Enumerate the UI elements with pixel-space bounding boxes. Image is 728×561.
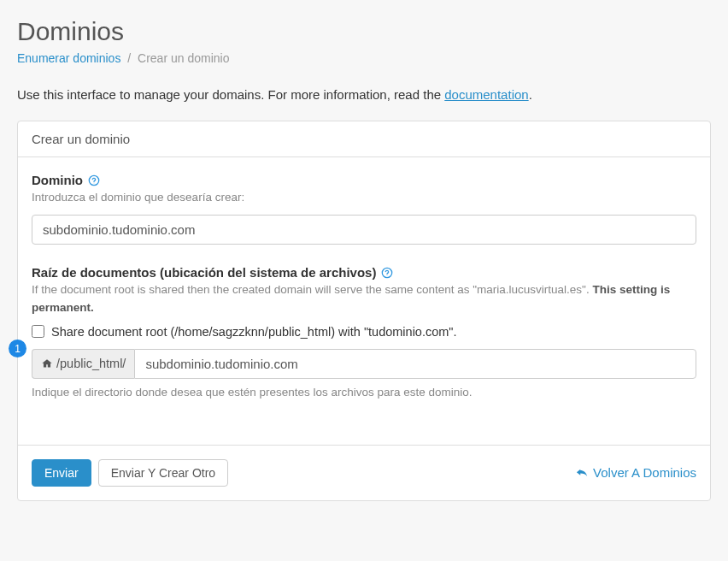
panel-header: Crear un dominio [18, 121, 710, 157]
home-icon [41, 358, 53, 369]
breadcrumb: Enumerar dominios / Crear un dominio [17, 51, 711, 65]
help-icon[interactable] [88, 174, 100, 186]
docroot-help: If the document root is shared then the … [32, 281, 696, 316]
back-to-domains-label: Volver A Dominios [593, 465, 696, 480]
docroot-label: Raíz de documentos (ubicación del sistem… [32, 265, 376, 280]
help-icon[interactable] [381, 267, 393, 279]
docroot-hint: Indique el directorio donde desea que es… [32, 386, 696, 399]
breadcrumb-list-domains[interactable]: Enumerar dominios [17, 51, 120, 65]
page-title: Dominios [17, 17, 711, 46]
reply-icon [576, 467, 588, 479]
documentation-link[interactable]: documentation [444, 87, 528, 102]
intro-pre: Use this interface to manage your domain… [17, 87, 444, 102]
docroot-help-pre: If the document root is shared then the … [32, 283, 592, 296]
docroot-field-group: Raíz de documentos (ubicación del sistem… [32, 265, 696, 399]
panel-footer: Enviar Enviar Y Crear Otro Volver A Domi… [18, 445, 710, 500]
create-domain-panel: Crear un dominio Dominio Introduzca el d… [17, 121, 711, 501]
callout-badge-1: 1 [9, 340, 26, 357]
domain-field-group: Dominio Introduzca el dominio que desear… [32, 173, 696, 245]
share-docroot-row[interactable]: Share document root (/home/sagzzknn/publ… [32, 325, 696, 339]
submit-another-button[interactable]: Enviar Y Crear Otro [98, 459, 228, 487]
back-to-domains-link[interactable]: Volver A Dominios [576, 465, 696, 480]
docroot-input[interactable] [134, 349, 696, 379]
domain-help: Introduzca el dominio que desearía crear… [32, 189, 696, 206]
intro-text: Use this interface to manage your domain… [17, 87, 711, 102]
docroot-prefix: /public_html/ [32, 349, 134, 379]
submit-button[interactable]: Enviar [32, 459, 91, 487]
share-docroot-checkbox[interactable] [32, 325, 44, 338]
svg-point-3 [387, 275, 388, 275]
svg-point-1 [94, 182, 95, 183]
breadcrumb-current: Crear un dominio [138, 51, 229, 65]
breadcrumb-separator: / [127, 51, 131, 65]
docroot-prefix-path: /public_html/ [56, 357, 126, 370]
share-docroot-label: Share document root (/home/sagzzknn/publ… [51, 325, 457, 339]
domain-label: Dominio [32, 173, 83, 187]
domain-input[interactable] [32, 215, 696, 245]
svg-point-2 [383, 268, 392, 277]
svg-point-0 [89, 175, 98, 185]
intro-post: . [529, 87, 532, 102]
